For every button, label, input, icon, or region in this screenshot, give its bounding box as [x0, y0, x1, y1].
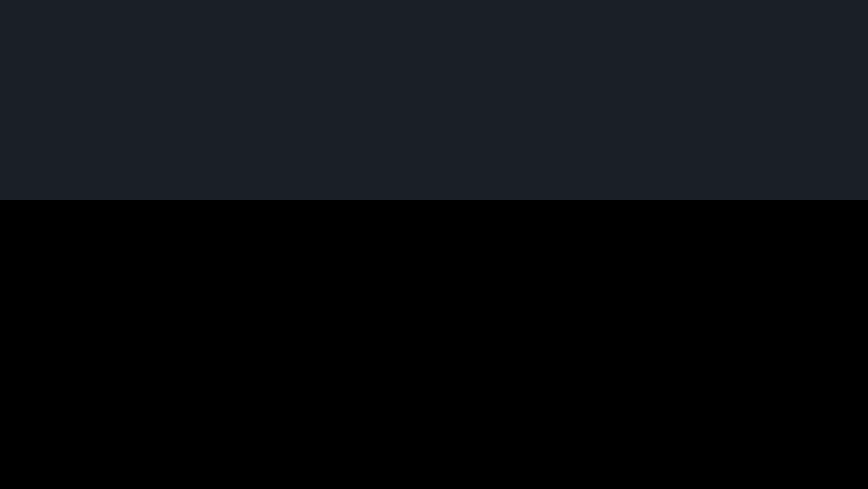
godot-editor-window [0, 0, 868, 200]
